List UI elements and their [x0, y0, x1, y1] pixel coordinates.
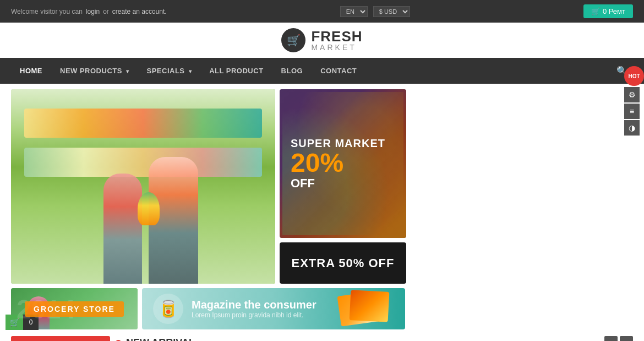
top-bar-controls: EN FR $ USD € EUR	[340, 6, 410, 17]
logo-text: FRESH MARKET	[311, 29, 362, 51]
lower-section: CATEGORIES SHIRTS & TOPS BOTTOMS PANTS B…	[11, 336, 633, 341]
top-bar-welcome: Welcome visitor you can login or create …	[11, 8, 167, 15]
grocery-store-banner[interactable]: 2014 GROCERY STORE	[11, 288, 138, 329]
hot-button[interactable]: HOT	[624, 66, 644, 86]
contrast-icon: ◑	[629, 123, 635, 132]
magazine-banner[interactable]: 🥫 Magazine the consumer Lorem Ipsum proi…	[142, 288, 405, 329]
currency-select[interactable]: $ USD € EUR	[373, 6, 410, 17]
off-label: OFF	[291, 176, 385, 191]
prev-arrow[interactable]: ‹	[604, 336, 618, 341]
discount-percent: 20%	[291, 150, 385, 176]
top-bar: Welcome visitor you can login or create …	[0, 0, 644, 23]
logo-fresh: FRESH	[311, 29, 362, 44]
grocery-store-label: GROCERY STORE	[25, 301, 124, 317]
next-arrow[interactable]: ›	[620, 336, 633, 341]
super-market-text-block: SUPER MARKET 20% OFF	[291, 137, 385, 191]
nav-new-products-wrapper: NEW PRODUCTS ▾	[51, 59, 138, 83]
banner-grid: SUPER MARKET 20% OFF EXTRA 50% OFF	[11, 84, 633, 284]
second-banners: 2014 GROCERY STORE 🥫 Magazine the consum…	[11, 288, 633, 329]
sliders-icon: ≡	[630, 107, 634, 116]
cart-icon: 🛒	[591, 7, 600, 15]
sliders-button[interactable]: ≡	[624, 104, 640, 119]
magazine-text-block: Magazine the consumer Lorem Ipsum proin …	[192, 299, 331, 319]
nav-arrows: ‹ ›	[604, 336, 633, 341]
new-arrival-header: ⊕ NEW ARRIVAL ‹ ›	[114, 336, 633, 341]
logo-market: MARKET	[311, 44, 362, 51]
login-link[interactable]: login	[86, 8, 100, 15]
magazine-title: Magazine the consumer	[192, 299, 331, 311]
categories-header: CATEGORIES	[11, 336, 110, 341]
shelf-row-2	[24, 148, 262, 177]
chevron-down-icon: ▾	[126, 68, 129, 74]
header: 🛒 FRESH MARKET	[0, 23, 644, 58]
extra-off-banner[interactable]: EXTRA 50% OFF	[280, 242, 406, 284]
nav-specials-wrapper: SPECIALS ▾	[138, 59, 201, 83]
nav-home[interactable]: HOME	[11, 59, 51, 83]
contrast-button[interactable]: ◑	[624, 120, 640, 136]
gear-icon: ⚙	[629, 90, 636, 99]
products-area: ⊕ NEW ARRIVAL ‹ › NEW	[114, 336, 633, 341]
pineapple-hint	[138, 192, 160, 225]
cart-logo-icon: 🛒	[287, 34, 301, 47]
side-panel: HOT ⚙ ≡ ◑	[624, 66, 644, 136]
magazine-img-front	[350, 290, 390, 322]
create-account-link[interactable]: create an account.	[112, 8, 167, 15]
nav-contact[interactable]: CONTACT	[312, 59, 365, 83]
new-arrival-label: NEW ARRIVAL	[126, 337, 195, 342]
or-text: or	[103, 8, 109, 15]
cart-button[interactable]: 🛒 0 Ремт	[583, 4, 633, 18]
chevron-down-icon: ▾	[189, 68, 192, 74]
nav-blog[interactable]: BLOG	[272, 59, 312, 83]
person-silhouette-1	[103, 174, 142, 284]
navbar: HOME NEW PRODUCTS ▾ SPECIALS ▾ ALL PRODU…	[0, 58, 644, 84]
magazine-sub: Lorem Ipsum proin gravida nibh id elit.	[192, 311, 331, 319]
main-content: SUPER MARKET 20% OFF EXTRA 50% OFF 2014 …	[0, 84, 644, 341]
extra-off-text: EXTRA 50% OFF	[292, 256, 395, 270]
language-select[interactable]: EN FR	[340, 6, 368, 17]
magazine-img-wrapper	[339, 291, 394, 327]
cart-count: 0 Ремт	[603, 7, 625, 15]
arrival-icon: ⊕	[114, 338, 122, 342]
shelf-row-1	[24, 109, 262, 138]
settings-button[interactable]: ⚙	[624, 87, 640, 102]
grocery-scene-bg	[11, 89, 275, 284]
logo[interactable]: 🛒 FRESH MARKET	[281, 28, 362, 52]
nav-specials[interactable]: SPECIALS ▾	[138, 59, 201, 83]
nav-all-product[interactable]: ALL PRODUCT	[200, 59, 272, 83]
magazine-product-icon: 🥫	[153, 294, 183, 324]
nav-new-products[interactable]: NEW PRODUCTS ▾	[51, 59, 138, 83]
new-arrival-title: ⊕ NEW ARRIVAL	[114, 337, 195, 342]
sidebar: CATEGORIES SHIRTS & TOPS BOTTOMS PANTS B…	[11, 336, 110, 341]
top-bar-cart: 🛒 0 Ремт	[583, 4, 633, 18]
logo-icon: 🛒	[281, 28, 305, 52]
welcome-text: Welcome visitor you can	[11, 8, 83, 15]
super-market-banner[interactable]: SUPER MARKET 20% OFF	[280, 89, 406, 238]
main-banner[interactable]	[11, 89, 275, 284]
